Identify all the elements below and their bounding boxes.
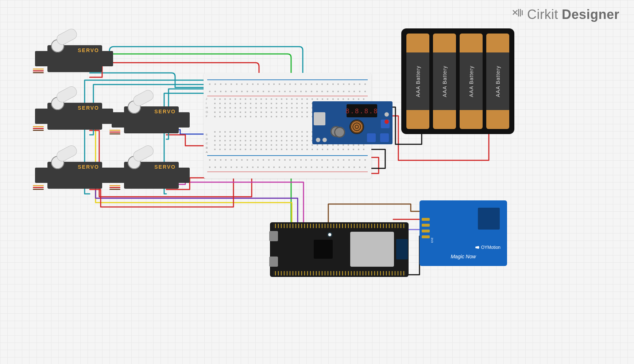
servo-pin-gnd xyxy=(33,72,44,73)
servo-label: SERVO xyxy=(154,109,176,114)
buck-inductor xyxy=(349,120,364,134)
servo-label: SERVO xyxy=(78,105,99,111)
battery-cell-2: AAA Battery xyxy=(433,34,456,129)
brand-suffix: Designer xyxy=(562,7,619,22)
esp32-board[interactable] xyxy=(270,222,409,277)
brand-icon xyxy=(511,7,523,22)
brand-name: Cirkit xyxy=(527,7,558,22)
servo-connector xyxy=(33,185,47,191)
servo-pin-signal xyxy=(33,126,44,127)
brand-logo: Cirkit Designer xyxy=(511,7,619,22)
oymotion-pin-4 xyxy=(422,235,430,238)
servo-pin-vcc xyxy=(33,128,44,129)
servo-label: SERVO xyxy=(78,164,99,170)
servo-mount-left xyxy=(35,168,49,183)
battery-cell-4: AAA Battery xyxy=(486,34,509,129)
servo-pin-vcc xyxy=(33,70,44,71)
servo-horn xyxy=(51,156,64,169)
buck-potentiometer-2[interactable] xyxy=(367,133,376,142)
servo-mount-left xyxy=(112,168,125,183)
battery-cell-3: AAA Battery xyxy=(460,34,483,129)
buck-usb-port xyxy=(314,112,325,125)
breadboard-row-labels-lower: ABCDE xyxy=(206,133,208,154)
servo-connector xyxy=(109,185,124,191)
servo-pin-gnd xyxy=(33,189,44,190)
servo-connector xyxy=(109,130,124,136)
servo-horn xyxy=(51,39,64,52)
buck-capacitor-2 xyxy=(334,127,345,138)
servo-pin-signal xyxy=(33,185,44,186)
servo-connector xyxy=(33,69,47,74)
servo-pin-signal xyxy=(109,130,120,131)
buck-display: 8.8.8.8 xyxy=(347,104,377,117)
servo-pin-signal xyxy=(33,69,44,70)
buck-converter[interactable]: 8.8.8.8 xyxy=(312,101,393,144)
oymotion-3v3-label: 3V3 xyxy=(430,238,434,243)
servo-pin-gnd xyxy=(109,189,120,190)
esp32-usb-2 xyxy=(269,257,278,267)
buck-terminal-in-neg xyxy=(384,112,389,117)
servo-mount-left xyxy=(35,51,49,66)
esp32-pins-bottom xyxy=(273,271,406,275)
breadboard-rail-neg-bottom xyxy=(207,159,368,161)
oymotion-tagline: Magic Now xyxy=(420,254,507,259)
esp32-rgb-led xyxy=(328,233,331,236)
buck-terminal-in-pos xyxy=(384,120,389,124)
servo-pin-vcc xyxy=(33,187,44,188)
esp32-usb-1 xyxy=(269,231,278,241)
breadboard-rail-neg-top xyxy=(207,83,368,85)
svg-point-0 xyxy=(475,246,478,248)
oymotion-pin-1 xyxy=(422,218,430,221)
buck-terminal-out-pos xyxy=(322,138,327,142)
breadboard-rail-pos-bottom xyxy=(207,167,368,168)
servo-1[interactable]: SERVO xyxy=(33,40,113,77)
servo-horn xyxy=(128,101,141,114)
battery-cell-1: AAA Battery xyxy=(406,34,429,129)
servo-pin-gnd xyxy=(33,130,44,131)
oymotion-brand: OYMotion xyxy=(475,245,500,250)
servo-pin-vcc xyxy=(109,132,120,133)
servo-pin-vcc xyxy=(109,187,120,188)
breadboard-rail-pos-top xyxy=(207,91,368,92)
servo-3[interactable]: SERVO xyxy=(109,101,190,138)
servo-horn xyxy=(51,97,64,110)
esp32-rf-shield xyxy=(350,232,394,267)
servo-label: SERVO xyxy=(78,47,99,53)
servo-4[interactable]: SERVO xyxy=(33,157,113,193)
servo-2[interactable]: SERVO xyxy=(33,98,113,134)
servo-mount-left xyxy=(112,112,125,128)
servo-horn xyxy=(128,156,141,169)
oymotion-chip xyxy=(478,208,500,230)
buck-potentiometer-3[interactable] xyxy=(380,133,389,142)
breadboard-row-labels-upper: FGHIJ xyxy=(206,97,208,119)
battery-holder[interactable]: AAA Battery AAA Battery AAA Battery AAA … xyxy=(401,28,514,134)
servo-5[interactable]: SERVO xyxy=(109,157,190,193)
oymotion-board[interactable]: 3V3 OYMotion Magic Now xyxy=(420,200,507,266)
oymotion-pin-3 xyxy=(422,230,430,232)
servo-pin-gnd xyxy=(109,133,120,134)
servo-mount-left xyxy=(35,109,49,124)
oymotion-pin-2 xyxy=(422,224,430,227)
servo-connector xyxy=(33,126,47,132)
buck-terminal-out-neg xyxy=(316,138,320,142)
servo-label: SERVO xyxy=(154,164,176,170)
servo-pin-signal xyxy=(109,185,120,186)
esp32-pins-top xyxy=(273,224,406,228)
esp32-soc xyxy=(314,240,333,259)
